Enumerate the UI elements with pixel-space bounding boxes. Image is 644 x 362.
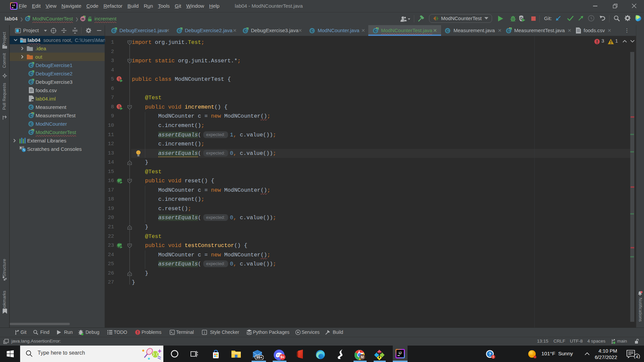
svg-text:C: C [30,80,33,84]
svg-text:C: C [30,105,33,109]
svg-text:C: C [30,63,33,67]
svg-text:C: C [30,114,33,118]
svg-text:C: C [446,29,449,33]
svg-text:C: C [374,29,377,33]
svg-text:C: C [178,29,181,33]
svg-text:C: C [30,122,33,126]
svg-text:C: C [30,72,33,76]
svg-text:C: C [507,29,510,33]
svg-text:m: m [82,17,85,21]
svg-text:C: C [26,17,29,21]
svg-text:C: C [30,130,33,134]
svg-text:9+: 9+ [280,355,284,359]
svg-text:1: 1 [204,331,205,334]
svg-text:C: C [311,29,314,33]
svg-text:4: 4 [636,355,638,359]
svg-text:C: C [113,29,115,33]
svg-text:?: ? [488,352,491,357]
svg-text:M: M [361,355,364,359]
svg-text:99+: 99+ [256,355,263,359]
svg-text:C: C [244,29,247,33]
